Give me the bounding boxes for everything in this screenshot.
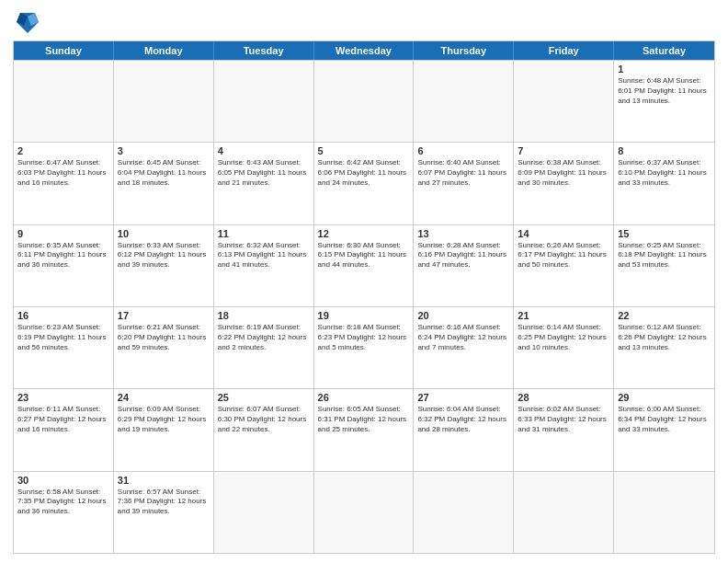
calendar-row: 2Sunrise: 6:47 AM Sunset: 6:03 PM Daylig… [14,142,714,224]
calendar-cell: 17Sunrise: 6:21 AM Sunset: 6:20 PM Dayli… [114,307,214,388]
day-info: Sunrise: 6:43 AM Sunset: 6:05 PM Dayligh… [218,158,310,188]
day-number: 22 [618,310,711,321]
calendar-cell: 31Sunrise: 6:57 AM Sunset: 7:36 PM Dayli… [114,472,214,553]
day-info: Sunrise: 6:30 AM Sunset: 6:15 PM Dayligh… [318,241,410,270]
day-info: Sunrise: 6:25 AM Sunset: 6:18 PM Dayligh… [618,241,711,270]
day-info: Sunrise: 6:07 AM Sunset: 6:30 PM Dayligh… [218,405,310,434]
calendar-cell: 2Sunrise: 6:47 AM Sunset: 6:03 PM Daylig… [14,143,114,224]
day-info: Sunrise: 6:32 AM Sunset: 6:13 PM Dayligh… [218,241,310,270]
day-number: 1 [618,63,711,75]
weekday-header: Monday [114,41,214,60]
calendar-row: 30Sunrise: 6:58 AM Sunset: 7:35 PM Dayli… [14,471,714,553]
weekday-header: Friday [514,41,614,60]
calendar-cell: 11Sunrise: 6:32 AM Sunset: 6:13 PM Dayli… [214,225,314,306]
day-number: 27 [417,392,509,403]
day-number: 30 [17,475,109,486]
calendar-cell: 28Sunrise: 6:02 AM Sunset: 6:33 PM Dayli… [514,389,614,470]
day-info: Sunrise: 6:09 AM Sunset: 6:29 PM Dayligh… [118,405,210,434]
day-info: Sunrise: 6:48 AM Sunset: 6:01 PM Dayligh… [618,76,711,106]
calendar-cell: 21Sunrise: 6:14 AM Sunset: 6:25 PM Dayli… [514,307,614,388]
day-info: Sunrise: 6:12 AM Sunset: 6:26 PM Dayligh… [618,323,711,352]
calendar-cell: 6Sunrise: 6:40 AM Sunset: 6:07 PM Daylig… [414,143,514,224]
day-number: 5 [318,145,410,156]
calendar-cell: 12Sunrise: 6:30 AM Sunset: 6:15 PM Dayli… [314,225,415,306]
calendar-cell: 23Sunrise: 6:11 AM Sunset: 6:27 PM Dayli… [14,389,114,470]
day-info: Sunrise: 6:21 AM Sunset: 6:20 PM Dayligh… [118,323,210,352]
calendar: SundayMondayTuesdayWednesdayThursdayFrid… [13,40,715,554]
calendar-cell: 20Sunrise: 6:16 AM Sunset: 6:24 PM Dayli… [414,307,514,388]
day-info: Sunrise: 6:35 AM Sunset: 6:11 PM Dayligh… [17,241,109,270]
calendar-cell [114,61,214,142]
day-number: 24 [118,392,210,403]
logo [13,9,46,35]
calendar-row: 9Sunrise: 6:35 AM Sunset: 6:11 PM Daylig… [14,224,714,306]
calendar-cell [314,472,415,553]
day-info: Sunrise: 6:16 AM Sunset: 6:24 PM Dayligh… [417,323,509,352]
day-info: Sunrise: 6:26 AM Sunset: 6:17 PM Dayligh… [518,241,609,270]
day-number: 26 [318,392,410,403]
day-number: 11 [218,228,310,239]
calendar-cell: 29Sunrise: 6:00 AM Sunset: 6:34 PM Dayli… [614,389,714,470]
calendar-cell: 25Sunrise: 6:07 AM Sunset: 6:30 PM Dayli… [214,389,314,470]
day-number: 8 [618,145,711,156]
header [13,9,715,35]
calendar-cell: 16Sunrise: 6:23 AM Sunset: 6:19 PM Dayli… [14,307,114,388]
day-number: 12 [318,228,410,239]
day-info: Sunrise: 6:40 AM Sunset: 6:07 PM Dayligh… [417,158,509,188]
weekday-header: Tuesday [214,41,314,60]
calendar-cell: 30Sunrise: 6:58 AM Sunset: 7:35 PM Dayli… [14,472,114,553]
calendar-cell: 8Sunrise: 6:37 AM Sunset: 6:10 PM Daylig… [614,143,714,224]
day-number: 17 [118,310,210,321]
day-number: 13 [417,228,509,239]
calendar-cell [514,61,614,142]
calendar-cell: 18Sunrise: 6:19 AM Sunset: 6:22 PM Dayli… [214,307,314,388]
day-number: 28 [518,392,609,403]
calendar-cell [414,61,514,142]
day-info: Sunrise: 6:47 AM Sunset: 6:03 PM Dayligh… [17,158,109,188]
logo-icon [13,9,42,35]
day-number: 18 [218,310,310,321]
day-number: 21 [518,310,609,321]
calendar-row: 16Sunrise: 6:23 AM Sunset: 6:19 PM Dayli… [14,306,714,388]
day-info: Sunrise: 6:42 AM Sunset: 6:06 PM Dayligh… [318,158,410,188]
day-number: 3 [118,145,210,156]
day-info: Sunrise: 6:58 AM Sunset: 7:35 PM Dayligh… [17,488,109,517]
calendar-body: 1Sunrise: 6:48 AM Sunset: 6:01 PM Daylig… [14,60,714,553]
day-number: 14 [518,228,609,239]
day-number: 25 [218,392,310,403]
calendar-cell: 24Sunrise: 6:09 AM Sunset: 6:29 PM Dayli… [114,389,214,470]
day-info: Sunrise: 6:19 AM Sunset: 6:22 PM Dayligh… [218,323,310,352]
day-info: Sunrise: 6:05 AM Sunset: 6:31 PM Dayligh… [318,405,410,434]
day-number: 16 [17,310,109,321]
day-number: 2 [17,145,109,156]
day-info: Sunrise: 6:33 AM Sunset: 6:12 PM Dayligh… [118,241,210,270]
day-number: 20 [417,310,509,321]
day-info: Sunrise: 6:14 AM Sunset: 6:25 PM Dayligh… [518,323,609,352]
calendar-cell [514,472,614,553]
calendar-cell: 14Sunrise: 6:26 AM Sunset: 6:17 PM Dayli… [514,225,614,306]
day-number: 10 [118,228,210,239]
calendar-cell: 27Sunrise: 6:04 AM Sunset: 6:32 PM Dayli… [414,389,514,470]
day-info: Sunrise: 6:02 AM Sunset: 6:33 PM Dayligh… [518,405,609,434]
weekday-header: Sunday [14,41,114,60]
day-info: Sunrise: 6:11 AM Sunset: 6:27 PM Dayligh… [17,405,109,434]
calendar-cell: 26Sunrise: 6:05 AM Sunset: 6:31 PM Dayli… [314,389,415,470]
day-info: Sunrise: 6:23 AM Sunset: 6:19 PM Dayligh… [17,323,109,352]
day-info: Sunrise: 6:57 AM Sunset: 7:36 PM Dayligh… [118,488,210,517]
day-info: Sunrise: 6:37 AM Sunset: 6:10 PM Dayligh… [618,158,711,188]
calendar-cell [214,472,314,553]
day-info: Sunrise: 6:04 AM Sunset: 6:32 PM Dayligh… [417,405,509,434]
calendar-row: 1Sunrise: 6:48 AM Sunset: 6:01 PM Daylig… [14,60,714,142]
calendar-cell [14,61,114,142]
day-info: Sunrise: 6:18 AM Sunset: 6:23 PM Dayligh… [318,323,410,352]
day-number: 19 [318,310,410,321]
day-info: Sunrise: 6:38 AM Sunset: 6:09 PM Dayligh… [518,158,609,188]
day-number: 9 [17,228,109,239]
calendar-cell [314,61,415,142]
day-number: 15 [618,228,711,239]
calendar-cell: 3Sunrise: 6:45 AM Sunset: 6:04 PM Daylig… [114,143,214,224]
day-number: 29 [618,392,711,403]
calendar-cell: 15Sunrise: 6:25 AM Sunset: 6:18 PM Dayli… [614,225,714,306]
calendar-cell: 5Sunrise: 6:42 AM Sunset: 6:06 PM Daylig… [314,143,415,224]
day-number: 31 [118,475,210,486]
